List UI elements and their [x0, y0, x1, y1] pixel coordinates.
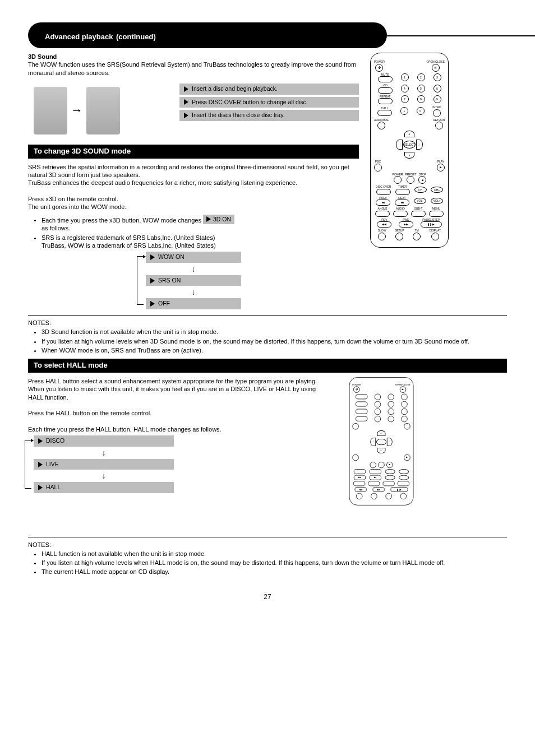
cycle1-text2: SRS ON: [158, 277, 181, 285]
section1-bullet2: SRS is a registered trademark of SRS Lab…: [41, 234, 359, 250]
notes2-item3: The current HALL mode appear on CD displ…: [41, 568, 507, 576]
eject-button-icon: ⏏: [400, 386, 406, 392]
num-7-icon: [374, 408, 380, 414]
setup-button-icon: [371, 493, 377, 499]
play-icon: [184, 99, 188, 105]
notes2-list: HALL function is not available when the …: [28, 550, 507, 576]
dpad-select-icon: SELECT: [403, 141, 416, 149]
audio-button-icon: [393, 211, 408, 217]
num-8-icon: [388, 408, 394, 414]
step-2-box: Press DISC OVER button to change all dis…: [179, 97, 359, 108]
x3d-button-icon: [378, 87, 393, 94]
remote-label-play: PLAY: [437, 160, 444, 164]
remote-label-setup: SETUP: [395, 229, 404, 233]
remote-label-discover: DISC OVER: [376, 185, 391, 189]
preset-button-icon: [407, 176, 414, 184]
section1-bullet1: Each time you press the x3D button, WOW …: [41, 215, 359, 233]
speaker-icon: [34, 87, 67, 134]
page-title-bar: Advanced playback (continued): [28, 22, 387, 48]
section1-lead: Press x3D on the remote control.: [28, 195, 359, 203]
dpad-down-icon: ∨: [404, 152, 414, 159]
return-button-icon: [435, 122, 443, 129]
chplus-button-icon: CH+: [431, 187, 443, 193]
play-button-icon: ▶: [404, 454, 410, 460]
dpad-right-icon: 〉: [387, 438, 393, 446]
num-5-icon: 5: [417, 85, 425, 92]
num-5-icon: [388, 401, 394, 407]
discover-button-icon: [354, 469, 366, 474]
notes1-item1: 3D Sound function is not available when …: [41, 328, 507, 336]
remote-label-audio: AUDIO: [396, 207, 405, 211]
power2-button-icon: [370, 462, 376, 468]
num-2-icon: 2: [417, 73, 425, 81]
section1-sub: The unit gores into the WOW mode.: [28, 203, 359, 211]
cycle2-text3: HALL: [46, 484, 61, 491]
num-4-icon: 4: [401, 85, 409, 92]
subt-button-icon: [382, 481, 394, 486]
num-6-icon: 6: [433, 85, 441, 92]
arrow-right-icon: →: [71, 103, 83, 119]
remote-label-x3d: x3D: [382, 84, 388, 87]
display-button-icon: [431, 233, 439, 240]
num-0-icon: [388, 416, 394, 422]
angle-button-icon: [375, 211, 390, 217]
cycle1-text1: WOW ON: [158, 253, 185, 261]
fwd-button-icon: ▶▶: [399, 221, 413, 228]
remote-label-openclose: OPEN/CLOSE: [395, 383, 411, 386]
divider: [28, 315, 507, 316]
bullet1b-text: as follows.: [41, 225, 70, 231]
num-8-icon: 8: [417, 95, 425, 103]
inline-step-box: 3D ON: [203, 215, 234, 225]
dpad-left-icon: 〈: [370, 438, 376, 446]
section2-row: Press HALL button select a sound enhance…: [28, 377, 507, 534]
remote-label-menu: MENU: [432, 207, 441, 211]
pausestep-button-icon: ❚❚▶: [390, 487, 408, 492]
remote-label-openclose: OPEN/CLOSE: [426, 60, 445, 64]
prev-button-icon: ⏮: [376, 200, 390, 206]
section2-header: To select HALL mode: [28, 359, 507, 373]
slow-button-icon: [356, 493, 362, 499]
play-icon: [38, 485, 43, 490]
dpad-select-icon: [376, 439, 386, 445]
subt-button-icon: [411, 211, 426, 217]
page-title-main: Advanced playback: [45, 33, 113, 41]
intro-button-icon: [401, 416, 407, 422]
pbc-button-icon: [374, 164, 382, 171]
bullet2a-text: SRS is a registered trademark of SRS Lab…: [41, 234, 215, 241]
remote-label-subt: SUB-T: [414, 207, 423, 211]
title-tail-line: [387, 35, 535, 36]
dpad-left-icon: 〈: [396, 140, 403, 150]
arrow-down-icon: ↓: [146, 265, 241, 273]
volm-button-icon: VOL-: [414, 198, 426, 204]
prev-button-icon: ⏮: [354, 475, 366, 480]
hall-button-icon: [377, 110, 392, 116]
step-2-text: Press DISC OVER button to change all dis…: [192, 99, 308, 106]
section1-header: To change 3D SOUND mode: [28, 145, 359, 159]
intro-srs: SRS retrieves the spatial information in…: [28, 163, 359, 179]
num-7-icon: 7: [401, 95, 409, 103]
setup-button-icon: [395, 233, 403, 240]
remote-label-power: POWER: [374, 60, 385, 64]
notes1-item2: If you listen at high volume levels when…: [41, 337, 507, 345]
display-button-icon: [400, 493, 407, 499]
slow-button-icon: [378, 233, 386, 240]
tm-button-icon: [385, 493, 391, 499]
dpad-icon: ∧ ∨ 〈 〉: [367, 430, 395, 453]
page-number: 27: [28, 593, 507, 602]
section2-body3: Press the HALL button on the remote cont…: [28, 409, 331, 417]
ch-button-icon: [385, 469, 395, 474]
next-button-icon: ⏭: [395, 200, 409, 206]
notes1-item3: When WOW mode is on, SRS and TruBass are…: [41, 346, 507, 354]
repeat-button-icon: [356, 409, 367, 414]
intro-heading: 3D Sound: [28, 53, 359, 61]
stop-button-icon: ■: [386, 462, 393, 468]
num-9-icon: [401, 408, 407, 414]
section2-body2: When you listen to music with this unit,…: [28, 385, 331, 401]
arrow-down-icon: ↓: [34, 449, 174, 457]
angle-button-icon: [353, 481, 365, 486]
power-button-icon: ⏻: [375, 64, 383, 72]
chplus-button-icon: [399, 469, 409, 474]
cycle1-item1: WOW ON: [146, 252, 241, 263]
notes2-item2: If you listen at high volume levels when…: [41, 559, 507, 567]
cycle1-item2: SRS ON: [146, 275, 241, 286]
